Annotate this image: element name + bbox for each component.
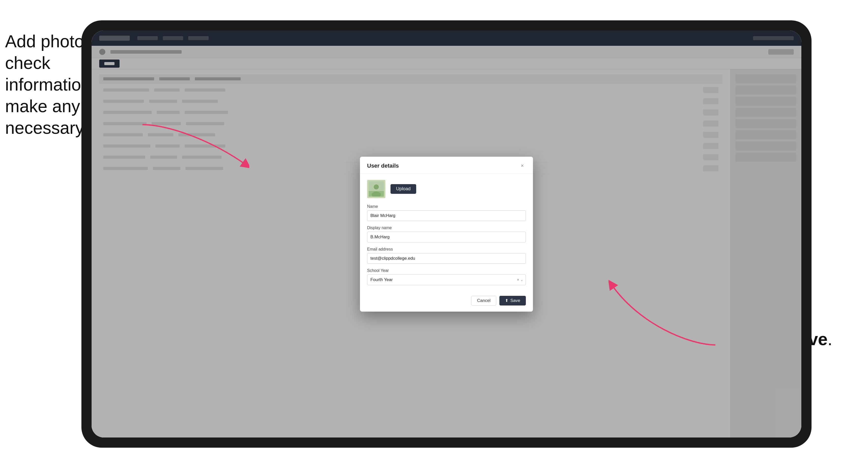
- school-year-field-group: School Year First Year Second Year Third…: [367, 268, 526, 285]
- display-name-input[interactable]: [367, 232, 526, 242]
- modal-title: User details: [367, 162, 399, 169]
- svg-rect-3: [369, 191, 384, 197]
- email-label: Email address: [367, 247, 526, 252]
- clear-select-icon[interactable]: ×: [517, 278, 519, 282]
- display-name-label: Display name: [367, 226, 526, 230]
- cancel-button[interactable]: Cancel: [471, 296, 496, 306]
- user-details-modal: User details ×: [360, 157, 533, 312]
- select-icons: × ⌄: [517, 278, 523, 282]
- photo-row: Upload: [367, 180, 526, 198]
- tablet-screen: User details ×: [92, 31, 801, 437]
- email-input[interactable]: [367, 253, 526, 264]
- save-icon: ⬆: [505, 298, 508, 303]
- name-field-group: Name: [367, 204, 526, 221]
- annotation-right-suffix: .: [828, 330, 832, 349]
- modal-close-button[interactable]: ×: [519, 162, 526, 169]
- svg-point-1: [374, 184, 379, 189]
- chevron-down-icon: ⌄: [520, 278, 523, 282]
- display-name-field-group: Display name: [367, 226, 526, 242]
- upload-photo-button[interactable]: Upload: [391, 184, 416, 194]
- school-year-select-wrapper: First Year Second Year Third Year Fourth…: [367, 275, 526, 285]
- save-button-label: Save: [510, 298, 520, 303]
- user-photo-thumbnail: [367, 180, 385, 198]
- school-year-label: School Year: [367, 268, 526, 273]
- modal-overlay: User details ×: [92, 31, 801, 437]
- modal-footer: Cancel ⬆ Save: [360, 296, 533, 312]
- school-year-select[interactable]: First Year Second Year Third Year Fourth…: [367, 275, 526, 285]
- name-input[interactable]: [367, 210, 526, 221]
- tablet-frame: User details ×: [82, 20, 811, 448]
- name-label: Name: [367, 204, 526, 209]
- email-field-group: Email address: [367, 247, 526, 264]
- modal-header: User details ×: [360, 157, 533, 174]
- modal-body: Upload Name Display name Email addre: [360, 174, 533, 296]
- save-button[interactable]: ⬆ Save: [499, 296, 526, 306]
- user-photo-svg: [369, 181, 384, 197]
